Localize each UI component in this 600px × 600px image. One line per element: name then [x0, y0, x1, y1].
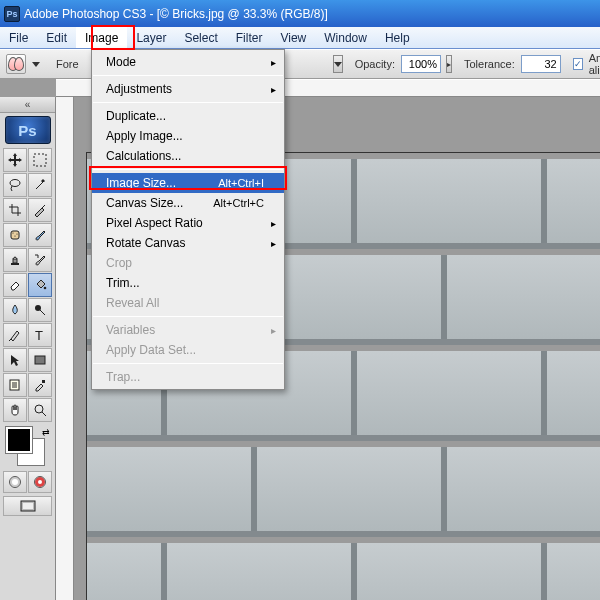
ps-badge-icon: Ps [5, 116, 51, 144]
opacity-field[interactable] [401, 55, 441, 73]
menu-trap: Trap... [92, 367, 284, 387]
tool-bucket[interactable] [28, 273, 52, 297]
svg-rect-0 [34, 154, 46, 166]
tool-lasso[interactable] [3, 173, 27, 197]
swap-colors-icon[interactable]: ⇄ [42, 427, 50, 437]
ruler-vertical [56, 97, 74, 600]
app-icon: Ps [4, 6, 20, 22]
svg-point-8 [44, 287, 47, 290]
opacity-flyout-icon[interactable]: ▸ [446, 55, 452, 73]
screen-mode-icon[interactable] [3, 496, 52, 516]
menu-edit[interactable]: Edit [37, 27, 76, 48]
tool-crop[interactable] [3, 198, 27, 222]
mode-dropdown-icon[interactable] [333, 55, 343, 73]
menu-file[interactable]: File [0, 27, 37, 48]
svg-rect-2 [11, 231, 19, 239]
tool-blur[interactable] [3, 298, 27, 322]
menu-help[interactable]: Help [376, 27, 419, 48]
title-bar: Ps Adobe Photoshop CS3 - [© Bricks.jpg @… [0, 0, 600, 27]
menu-trim[interactable]: Trim... [92, 273, 284, 293]
menu-bar: File Edit Image Layer Select Filter View… [0, 27, 600, 49]
tool-notes[interactable] [3, 373, 27, 397]
menu-canvas-size[interactable]: Canvas Size...Alt+Ctrl+C [92, 193, 284, 213]
tool-slice[interactable] [28, 198, 52, 222]
menu-pixel-aspect[interactable]: Pixel Aspect Ratio [92, 213, 284, 233]
toolbox: « Ps T ⇄ [0, 97, 56, 600]
svg-point-1 [10, 180, 20, 187]
svg-rect-13 [42, 380, 45, 383]
image-menu-dropdown: Mode Adjustments Duplicate... Apply Imag… [91, 49, 285, 390]
opacity-label: Opacity: [355, 58, 395, 70]
svg-point-3 [12, 232, 13, 233]
menu-apply-image[interactable]: Apply Image... [92, 126, 284, 146]
menu-view[interactable]: View [271, 27, 315, 48]
shortcut-label: Alt+Ctrl+C [213, 197, 264, 209]
tool-move[interactable] [3, 148, 27, 172]
menu-separator [93, 102, 283, 103]
anti-alias-checkbox[interactable]: ✓ [573, 58, 583, 70]
toolbox-collapse-icon[interactable]: « [0, 97, 55, 113]
svg-text:T: T [35, 328, 43, 342]
foreground-label: Fore [56, 58, 79, 70]
menu-image[interactable]: Image [76, 27, 127, 48]
tool-eyedropper[interactable] [28, 373, 52, 397]
menu-apply-data-set: Apply Data Set... [92, 340, 284, 360]
tool-healing[interactable] [3, 223, 27, 247]
menu-rotate-canvas[interactable]: Rotate Canvas [92, 233, 284, 253]
anti-alias-label: Anti-alias [589, 52, 600, 76]
menu-select[interactable]: Select [175, 27, 226, 48]
svg-rect-16 [23, 503, 33, 509]
menu-reveal-all: Reveal All [92, 293, 284, 313]
menu-variables: Variables [92, 320, 284, 340]
tool-type[interactable]: T [28, 323, 52, 347]
svg-rect-11 [35, 356, 45, 364]
tool-history-brush[interactable] [28, 248, 52, 272]
options-bar: Fore Opacity: ▸ Tolerance: ✓ Anti-alias … [0, 49, 600, 79]
svg-point-4 [14, 235, 15, 236]
menu-separator [93, 316, 283, 317]
menu-adjustments[interactable]: Adjustments [92, 79, 284, 99]
quickmask-mode-icon[interactable] [28, 471, 52, 493]
tool-path-select[interactable] [3, 348, 27, 372]
tool-zoom[interactable] [28, 398, 52, 422]
svg-point-14 [35, 405, 43, 413]
tool-hand[interactable] [3, 398, 27, 422]
window-title: Adobe Photoshop CS3 - [© Bricks.jpg @ 33… [24, 7, 328, 21]
menu-separator [93, 363, 283, 364]
menu-duplicate[interactable]: Duplicate... [92, 106, 284, 126]
tool-wand[interactable] [28, 173, 52, 197]
svg-point-5 [16, 233, 17, 234]
svg-rect-7 [13, 259, 17, 263]
menu-image-size[interactable]: Image Size...Alt+Ctrl+I [92, 173, 284, 193]
tool-eraser[interactable] [3, 273, 27, 297]
menu-calculations[interactable]: Calculations... [92, 146, 284, 166]
tool-pen[interactable] [3, 323, 27, 347]
tool-marquee[interactable] [28, 148, 52, 172]
menu-separator [93, 75, 283, 76]
shortcut-label: Alt+Ctrl+I [218, 177, 264, 189]
menu-window[interactable]: Window [315, 27, 376, 48]
menu-layer[interactable]: Layer [127, 27, 175, 48]
menu-separator [93, 169, 283, 170]
tool-stamp[interactable] [3, 248, 27, 272]
tolerance-label: Tolerance: [464, 58, 515, 70]
tool-preset-dropdown-icon[interactable] [32, 62, 40, 67]
tolerance-field[interactable] [521, 55, 561, 73]
tool-shape[interactable] [28, 348, 52, 372]
foreground-swatch[interactable] [6, 427, 32, 453]
menu-mode[interactable]: Mode [92, 52, 284, 72]
menu-crop: Crop [92, 253, 284, 273]
tool-preset-icon[interactable] [6, 54, 26, 74]
tool-dodge[interactable] [28, 298, 52, 322]
tool-brush[interactable] [28, 223, 52, 247]
menu-filter[interactable]: Filter [227, 27, 272, 48]
standard-mode-icon[interactable] [3, 471, 27, 493]
color-swatches[interactable]: ⇄ [6, 427, 50, 467]
